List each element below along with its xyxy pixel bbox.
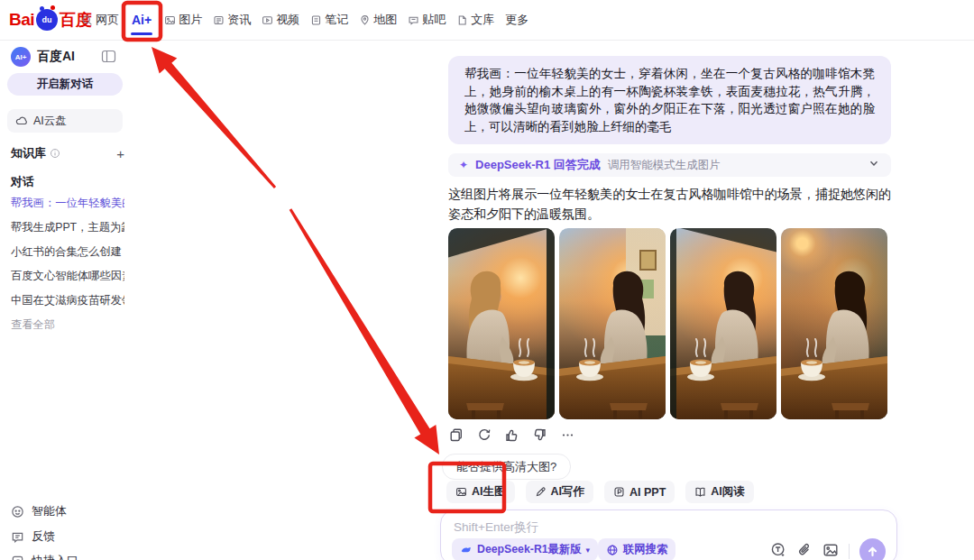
shortcut-icon <box>11 555 24 560</box>
copy-icon[interactable] <box>448 427 464 443</box>
generated-image-2[interactable] <box>559 228 666 419</box>
answer-actions-row <box>448 427 575 443</box>
logo-bai-text: Bai <box>9 10 34 30</box>
regenerate-icon[interactable] <box>476 427 492 443</box>
image-icon <box>164 14 176 26</box>
web-search-toggle[interactable]: 联网搜索 <box>598 538 675 560</box>
note-icon <box>310 14 322 26</box>
thumbs-up-icon[interactable] <box>504 427 519 443</box>
ai-writing-button[interactable]: AI写作 <box>526 481 594 503</box>
model-done-label: DeepSeek-R1 回答完成 <box>475 157 601 173</box>
send-button[interactable] <box>859 538 886 560</box>
nav-tab-news[interactable]: 资讯 <box>213 12 251 28</box>
knowledge-base-row[interactable]: 知识库 + <box>11 145 124 161</box>
agent-icon <box>11 505 24 519</box>
caret-down-icon: ▾ <box>586 546 591 555</box>
news-icon <box>213 14 225 26</box>
user-message-bubble: 帮我画：一位年轻貌美的女士，穿着休闲，坐在一个复古风格的咖啡馆木凳上，她身前的榆… <box>448 56 891 144</box>
feedback-icon <box>11 530 24 544</box>
sidebar-item-agents[interactable]: 智能体 <box>11 503 67 519</box>
sidebar-item-shortcuts[interactable]: 快捷入口 <box>11 553 78 560</box>
generated-images-row <box>448 228 887 419</box>
sidebar-item-feedback[interactable]: 反馈 <box>11 528 55 545</box>
thumbs-down-icon[interactable] <box>532 427 547 443</box>
nav-tab-ai-plus[interactable]: Ai+ <box>130 13 153 27</box>
ai-plus-logo: Ai+ <box>132 13 152 27</box>
nav-tab-wenku[interactable]: 文库 <box>456 12 494 28</box>
latte-cup <box>576 339 603 381</box>
chats-header: 对话 <box>11 174 34 190</box>
book-icon <box>694 486 706 498</box>
chat-history-item-5[interactable]: 中国在艾滋病疫苗研发领域... <box>11 293 124 308</box>
ai-feature-buttons: AI生图 AI写作 AI PPT AI阅读 <box>446 481 754 503</box>
assistant-answer-text: 这组图片将展示一位年轻貌美的女士在复古风格咖啡馆中的场景，捕捉她悠闲的姿态和夕阳… <box>448 185 891 224</box>
ai-reading-button[interactable]: AI阅读 <box>685 481 754 503</box>
arrow-up-icon <box>866 545 879 558</box>
sidebar-item-ai-cloud[interactable]: AI云盘 <box>7 109 123 133</box>
suggestion-chip[interactable]: 能否提供高清大图? <box>442 454 571 480</box>
chat-history-item-2[interactable]: 帮我生成PPT，主题为篆刻... <box>11 220 124 235</box>
generated-image-3[interactable] <box>670 228 776 419</box>
cloud-icon <box>15 115 28 127</box>
composer-input[interactable] <box>454 517 814 537</box>
chat-history-item-4[interactable]: 百度文心智能体哪些因素会... <box>11 269 124 284</box>
generated-image-4[interactable] <box>781 228 887 419</box>
nav-tab-webpage[interactable]: 网页 <box>81 12 119 28</box>
sparkle-icon: ✦ <box>459 159 468 171</box>
image-icon <box>455 486 467 498</box>
search-icon <box>81 14 93 26</box>
more-actions-icon[interactable] <box>560 427 575 443</box>
latte-cup <box>798 339 825 381</box>
mode-label: 调用智能模式生成图片 <box>608 158 721 173</box>
annotation-arrow-to-ai-plus <box>152 47 276 188</box>
attachment-icon[interactable] <box>796 542 813 560</box>
chevron-down-icon[interactable] <box>868 157 880 173</box>
baidu-logo[interactable]: Bai du 百度 <box>9 9 92 31</box>
ppt-icon <box>613 486 625 498</box>
pen-icon <box>535 486 547 498</box>
composer: DeepSeek-R1最新版 ▾ 联网搜索 <box>440 510 897 560</box>
nav-tab-maps[interactable]: 地图 <box>359 12 397 28</box>
sidebar-app-title: 百度AI <box>37 49 75 65</box>
tieba-icon <box>408 14 419 26</box>
nav-tab-tieba[interactable]: 贴吧 <box>408 12 446 28</box>
model-status-bar[interactable]: ✦ DeepSeek-R1 回答完成 调用智能模式生成图片 <box>448 153 891 177</box>
nav-tab-video[interactable]: 视频 <box>262 12 299 28</box>
globe-icon <box>606 544 619 556</box>
text-command-icon[interactable] <box>770 542 786 560</box>
doc-icon <box>456 14 468 26</box>
sidebar: AI+ 百度AI 开启新对话 AI云盘 知识库 + 对话 帮我画：一位年轻貌美的… <box>0 41 135 560</box>
sidebar-collapse-icon[interactable] <box>101 49 116 64</box>
chat-history-item-3[interactable]: 小红书的合集怎么创建 <box>11 244 124 260</box>
nav-tab-notes[interactable]: 笔记 <box>310 12 348 28</box>
annotation-arrow-to-ai-image <box>289 208 439 454</box>
deepseek-whale-icon <box>460 544 473 556</box>
generated-image-1[interactable] <box>448 228 555 419</box>
chat-history-item-1[interactable]: 帮我画：一位年轻貌美的女... <box>11 196 124 211</box>
insert-image-icon[interactable] <box>822 542 839 560</box>
model-selector-pill[interactable]: DeepSeek-R1最新版 ▾ <box>452 538 598 560</box>
nav-tab-more[interactable]: 更多 <box>505 12 528 28</box>
baidu-ai-logo-icon: AI+ <box>11 47 31 67</box>
add-knowledge-base-button[interactable]: + <box>116 146 124 161</box>
latte-cup <box>687 339 714 381</box>
info-icon <box>50 148 60 159</box>
map-pin-icon <box>359 14 371 26</box>
baidu-paw-icon: du <box>36 9 58 31</box>
divider <box>849 544 850 559</box>
ai-ppt-button[interactable]: AI PPT <box>604 481 675 503</box>
latte-cup <box>510 339 538 381</box>
top-navbar: Bai du 百度 网页 Ai+ 图片 资讯 视频 <box>0 0 974 41</box>
new-chat-button[interactable]: 开启新对话 <box>7 73 123 96</box>
ai-image-button[interactable]: AI生图 <box>446 481 515 503</box>
nav-tab-images[interactable]: 图片 <box>164 12 202 28</box>
nav-items: 网页 Ai+ 图片 资讯 视频 笔记 地图 <box>81 0 528 40</box>
baidu-ai-chat-screen: Bai du 百度 网页 Ai+ 图片 资讯 视频 <box>0 0 974 560</box>
view-all-chats-link[interactable]: 查看全部 <box>11 317 55 333</box>
video-icon <box>262 14 273 26</box>
